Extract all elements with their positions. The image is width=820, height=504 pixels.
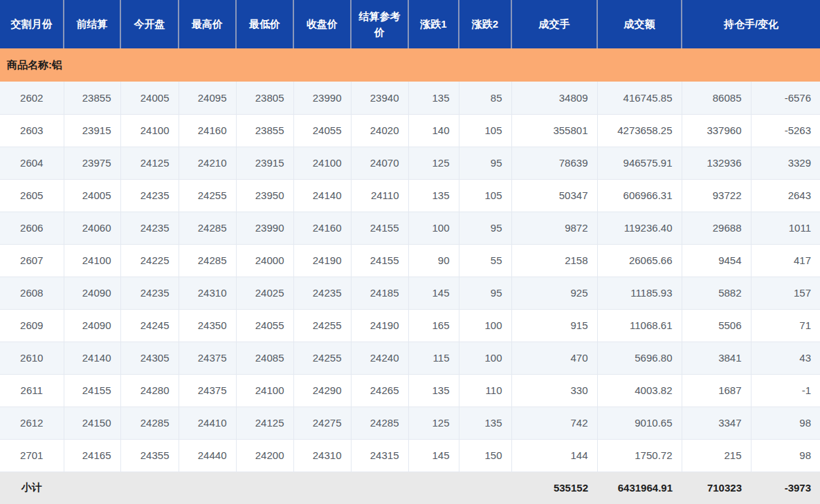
cell-change2: 95 — [459, 277, 511, 309]
cell-open_interest: 5882 — [682, 277, 751, 309]
cell-delivery_month: 2612 — [0, 407, 64, 439]
cell-oi_change: 157 — [751, 277, 820, 309]
cell-delivery_month: 2602 — [0, 82, 64, 114]
cell-open: 24285 — [120, 407, 179, 439]
cell-open: 24100 — [120, 114, 179, 147]
column-header-change2: 涨跌2 — [459, 0, 511, 48]
cell-oi_change: 98 — [751, 407, 820, 439]
table-row: 2606240602423524285239902416024155100959… — [0, 212, 820, 244]
cell-change2: 135 — [459, 407, 511, 439]
cell-close: 24235 — [293, 277, 351, 309]
cell-change1: 135 — [408, 82, 459, 114]
cell-prev_settlement: 24140 — [64, 342, 120, 374]
cell-close: 24140 — [293, 179, 351, 212]
cell-settlement_ref: 23940 — [351, 82, 408, 114]
cell-open_interest: 215 — [682, 439, 751, 472]
cell-oi_change: 3329 — [751, 147, 820, 179]
cell-empty — [179, 472, 236, 504]
table-header: 交割月份 前结算 今开盘 最高价 最低价 收盘价 结算参考价 涨跌1 涨跌2 成… — [0, 0, 820, 48]
cell-prev_settlement: 23915 — [64, 114, 120, 147]
cell-high: 24160 — [179, 114, 236, 147]
cell-open: 24125 — [120, 147, 179, 179]
column-header-prev-settlement: 前结算 — [64, 0, 120, 48]
cell-change1: 125 — [408, 147, 459, 179]
cell-change1: 165 — [408, 309, 459, 342]
table-body: 商品名称:铝 260223855240052409523805239902394… — [0, 48, 820, 504]
column-header-open-interest-change: 持仓手/变化 — [682, 0, 820, 48]
cell-oi_change: -5263 — [751, 114, 820, 147]
cell-oi_change: -6576 — [751, 82, 820, 114]
cell-turnover: 11068.61 — [597, 309, 682, 342]
cell-delivery_month: 2609 — [0, 309, 64, 342]
cell-settlement_ref: 24110 — [351, 179, 408, 212]
cell-change1: 145 — [408, 439, 459, 472]
cell-change1: 115 — [408, 342, 459, 374]
commodity-name-label: 商品名称:铝 — [0, 48, 820, 82]
cell-high: 24095 — [179, 82, 236, 114]
futures-quote-table: 交割月份 前结算 今开盘 最高价 最低价 收盘价 结算参考价 涨跌1 涨跌2 成… — [0, 0, 820, 504]
cell-close: 24255 — [293, 342, 351, 374]
subtotal-turnover: 6431964.91 — [597, 472, 682, 504]
cell-delivery_month: 2608 — [0, 277, 64, 309]
column-header-turnover: 成交额 — [597, 0, 682, 48]
cell-change1: 135 — [408, 179, 459, 212]
cell-turnover: 4273658.25 — [597, 114, 682, 147]
cell-settlement_ref: 24070 — [351, 147, 408, 179]
cell-high: 24350 — [179, 309, 236, 342]
column-header-low: 最低价 — [236, 0, 293, 48]
cell-empty — [120, 472, 179, 504]
cell-turnover: 26065.66 — [597, 244, 682, 277]
cell-delivery_month: 2610 — [0, 342, 64, 374]
cell-prev_settlement: 24090 — [64, 309, 120, 342]
cell-settlement_ref: 24185 — [351, 277, 408, 309]
cell-close: 24160 — [293, 212, 351, 244]
cell-prev_settlement: 24100 — [64, 244, 120, 277]
cell-open_interest: 5506 — [682, 309, 751, 342]
cell-low: 24100 — [236, 374, 293, 407]
cell-change2: 100 — [459, 309, 511, 342]
cell-turnover: 416745.85 — [597, 82, 682, 114]
cell-low: 24055 — [236, 309, 293, 342]
cell-open_interest: 29688 — [682, 212, 751, 244]
header-row: 交割月份 前结算 今开盘 最高价 最低价 收盘价 结算参考价 涨跌1 涨跌2 成… — [0, 0, 820, 48]
cell-high: 24310 — [179, 277, 236, 309]
cell-prev_settlement: 24165 — [64, 439, 120, 472]
cell-open: 24355 — [120, 439, 179, 472]
cell-close: 24190 — [293, 244, 351, 277]
cell-delivery_month: 2603 — [0, 114, 64, 147]
table-row: 2607241002422524285240002419024155905521… — [0, 244, 820, 277]
cell-empty — [408, 472, 459, 504]
cell-open_interest: 3347 — [682, 407, 751, 439]
cell-high: 24375 — [179, 342, 236, 374]
cell-delivery_month: 2606 — [0, 212, 64, 244]
cell-oi_change: 71 — [751, 309, 820, 342]
cell-open: 24235 — [120, 212, 179, 244]
table-row: 2701241652435524440242002431024315145150… — [0, 439, 820, 472]
cell-oi_change: 417 — [751, 244, 820, 277]
cell-high: 24255 — [179, 179, 236, 212]
cell-empty — [236, 472, 293, 504]
cell-turnover: 5696.80 — [597, 342, 682, 374]
cell-volume: 925 — [511, 277, 597, 309]
cell-volume: 9872 — [511, 212, 597, 244]
cell-oi_change: -1 — [751, 374, 820, 407]
cell-prev_settlement: 24060 — [64, 212, 120, 244]
column-header-high: 最高价 — [179, 0, 236, 48]
cell-close: 24255 — [293, 309, 351, 342]
column-header-delivery-month: 交割月份 — [0, 0, 64, 48]
cell-change2: 105 — [459, 114, 511, 147]
cell-open: 24005 — [120, 82, 179, 114]
cell-delivery_month: 2607 — [0, 244, 64, 277]
table-row: 2605240052423524255239502414024110135105… — [0, 179, 820, 212]
subtotal-oi-change: -3973 — [751, 472, 820, 504]
table-row: 2610241402430524375240852425524240115100… — [0, 342, 820, 374]
table-row: 2604239752412524210239152410024070125957… — [0, 147, 820, 179]
commodity-group-row: 商品名称:铝 — [0, 48, 820, 82]
column-header-change1: 涨跌1 — [408, 0, 459, 48]
cell-open: 24245 — [120, 309, 179, 342]
cell-settlement_ref: 24240 — [351, 342, 408, 374]
cell-oi_change: 43 — [751, 342, 820, 374]
cell-change1: 90 — [408, 244, 459, 277]
subtotal-volume: 535152 — [511, 472, 597, 504]
cell-close: 24290 — [293, 374, 351, 407]
